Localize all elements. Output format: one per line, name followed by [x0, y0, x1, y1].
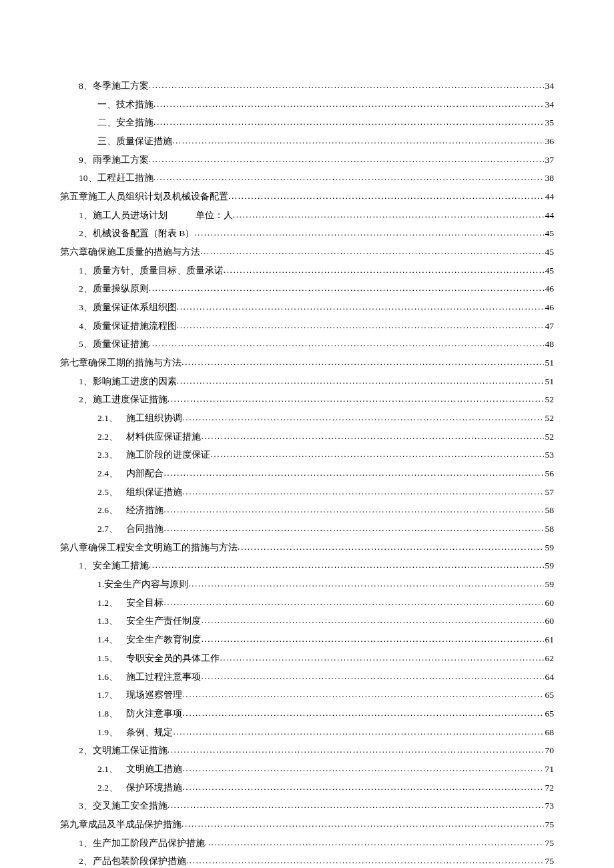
toc-entry[interactable]: 2、质量操纵原则 46: [60, 280, 554, 298]
toc-leader-dots: [177, 372, 544, 390]
toc-entry[interactable]: 二、安全措施 35: [60, 113, 554, 132]
toc-entry[interactable]: 2.7、 合同措施 58: [60, 520, 554, 538]
toc-entry-page: 37: [544, 151, 555, 169]
toc-entry[interactable]: 9、雨季施工方案 37: [60, 151, 554, 169]
toc-entry[interactable]: 第七章确保工期的措施与方法 51: [60, 354, 554, 372]
toc-entry-prefix: 2.7、: [97, 520, 124, 538]
toc-entry-page: 46: [544, 298, 555, 317]
toc-leader-dots: [149, 556, 544, 574]
toc-entry-page: 52: [544, 390, 555, 409]
toc-entry-title: 2、产品包装阶段保护措施: [79, 852, 186, 868]
toc-entry-prefix: 2.4、: [97, 464, 124, 483]
toc-leader-dots: [182, 759, 543, 778]
toc-entry[interactable]: 4、质量保证措施流程图 47: [60, 317, 554, 336]
toc-entry[interactable]: 1.8、 防火注意事项 65: [60, 705, 554, 723]
toc-leader-dots: [149, 76, 544, 95]
toc-entry[interactable]: 2.1、 施工组织协调 52: [60, 409, 554, 428]
toc-leader-dots: [149, 279, 544, 298]
toc-entry[interactable]: 2.3、 施工阶段的进度保证 53: [60, 446, 554, 464]
toc-leader-dots: [182, 408, 543, 427]
toc-entry[interactable]: 2.5、 组织保证措施 57: [60, 483, 554, 502]
toc-entry[interactable]: 3、交叉施工安全措施 73: [60, 797, 554, 815]
toc-entry[interactable]: 1、质量方针、质量目标、质量承诺 45: [60, 262, 554, 280]
toc-leader-dots: [182, 685, 543, 704]
toc-entry-page: 70: [544, 741, 555, 760]
toc-entry[interactable]: 2.6、 经济措施 58: [60, 501, 554, 520]
toc-leader-dots: [201, 427, 543, 446]
toc-entry-title: 1、安全施工措施: [79, 556, 149, 575]
toc-entry[interactable]: 1.6、 施工过程注意事项 64: [60, 668, 554, 687]
toc-entry-page: 46: [544, 280, 555, 298]
toc-entry[interactable]: 2、文明施工保证措施 70: [60, 741, 554, 760]
toc-entry[interactable]: 2.2、 材料供应保证措施 52: [60, 428, 554, 446]
toc-entry-prefix: 1.6、: [97, 668, 124, 687]
toc-entry[interactable]: 1.3、 安全生产责任制度 60: [60, 612, 554, 630]
toc-entry-page: 48: [544, 335, 555, 354]
toc-entry-title: 1、生产加工阶段产品保护措施: [79, 834, 205, 853]
toc-leader-dots: [238, 538, 544, 556]
toc-entry-title: 1、质量方针、质量目标、质量承诺: [79, 262, 224, 280]
toc-entry[interactable]: 2、机械设备配置（附表 B） 45: [60, 224, 554, 243]
toc-entry[interactable]: 2.1、 文明施工措施 71: [60, 760, 554, 779]
toc-entry[interactable]: 第六章确保施工质量的措施与方法 45: [60, 243, 554, 262]
toc-entry[interactable]: 第五章施工人员组织计划及机械设备配置 44: [60, 187, 554, 206]
toc-entry-page: 60: [544, 594, 555, 612]
toc-entry[interactable]: 2、产品包装阶段保护措施 75: [60, 852, 554, 868]
toc-entry-page: 58: [544, 501, 555, 520]
toc-leader-dots: [154, 95, 544, 113]
toc-entry-title: 第八章确保工程安全文明施工的措施与方法: [60, 538, 238, 557]
toc-entry[interactable]: 第九章成品及半成品保护措施 75: [60, 815, 554, 834]
toc-entry-title: 第九章成品及半成品保护措施: [60, 815, 182, 834]
toc-leader-dots: [182, 778, 543, 797]
toc-entry-page: 75: [544, 852, 555, 868]
toc-leader-dots: [164, 464, 543, 482]
toc-leader-dots: [154, 168, 544, 187]
toc-entry[interactable]: 1.安全生产内容与原则 59: [60, 575, 554, 594]
toc-entry-page: 75: [544, 815, 555, 834]
toc-entry-title: 2、机械设备配置（附表 B）: [79, 224, 194, 243]
toc-entry[interactable]: 1.4、 安全生产教育制度 61: [60, 630, 554, 649]
toc-entry-page: 51: [544, 354, 555, 372]
toc-entry-prefix: 1.3、: [97, 612, 124, 630]
toc-entry-page: 59: [544, 538, 555, 557]
toc-entry-page: 73: [544, 797, 555, 815]
toc-entry[interactable]: 1.7、 现场巡察管理 65: [60, 686, 554, 705]
toc-leader-dots: [182, 704, 543, 723]
toc-entry-prefix: 2.3、: [97, 446, 124, 464]
toc-entry[interactable]: 2.4、 内部配合 56: [60, 464, 554, 483]
toc-leader-dots: [164, 500, 543, 519]
toc-entry[interactable]: 10、工程赶工措施 38: [60, 169, 554, 187]
toc-leader-dots: [164, 519, 543, 538]
toc-entry-page: 59: [544, 556, 555, 575]
toc-entry[interactable]: 1、安全施工措施 59: [60, 556, 554, 575]
toc-entry-prefix: 2.6、: [97, 501, 124, 520]
toc-entry-page: 53: [544, 446, 555, 464]
toc-entry-prefix: 2.1、: [97, 760, 124, 779]
toc-entry[interactable]: 一、技术措施 34: [60, 95, 554, 114]
toc-entry[interactable]: 1.5、 专职安全员的具体工作 62: [60, 649, 554, 668]
toc-entry[interactable]: 3、质量保证体系组织图 46: [60, 298, 554, 317]
toc-entry[interactable]: 2、施工进度保证措施 52: [60, 390, 554, 409]
toc-entry-page: 34: [544, 95, 555, 114]
toc-entry[interactable]: 1、影响施工进度的因素 51: [60, 372, 554, 391]
toc-entry[interactable]: 1、生产加工阶段产品保护措施 75: [60, 834, 554, 853]
toc-entry-page: 44: [544, 187, 555, 206]
toc-entry-title: 第五章施工人员组织计划及机械设备配置: [60, 187, 228, 206]
toc-entry-prefix: 1.7、: [97, 686, 124, 705]
toc-entry[interactable]: 1.2、 安全目标 60: [60, 594, 554, 612]
toc-entry-prefix: 1.9、: [97, 723, 124, 742]
toc-entry-title: 1、施工人员进场计划 单位：人: [79, 206, 233, 225]
toc-entry-title: 1.安全生产内容与原则: [97, 575, 188, 594]
toc-entry[interactable]: 2.2、 保护环境措施 72: [60, 779, 554, 797]
toc-entry[interactable]: 1、施工人员进场计划 单位：人 44: [60, 206, 554, 225]
toc-entry-prefix: 2.2、: [97, 779, 124, 797]
toc-entry[interactable]: 5、质量保证措施 48: [60, 335, 554, 354]
toc-entry-page: 65: [544, 705, 555, 723]
toc-entry[interactable]: 1.9、 条例、规定 68: [60, 723, 554, 742]
toc-entry-page: 65: [544, 686, 555, 705]
toc-entry-title: 组织保证措施: [126, 483, 182, 502]
toc-entry[interactable]: 8、冬季施工方案 34: [60, 77, 554, 95]
toc-entry[interactable]: 三、质量保证措施 36: [60, 132, 554, 151]
toc-entry[interactable]: 第八章确保工程安全文明施工的措施与方法 59: [60, 538, 554, 557]
toc-leader-dots: [164, 593, 543, 612]
